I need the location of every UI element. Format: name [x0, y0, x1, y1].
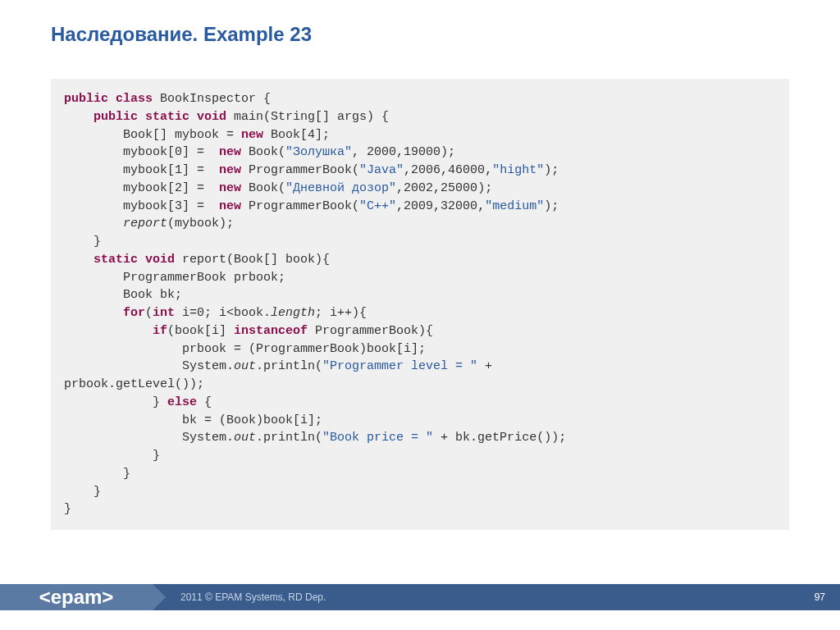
- code-text: BookInspector {: [153, 92, 271, 106]
- copyright-text: 2011 © EPAM Systems, RD Dep.: [180, 591, 326, 603]
- code-text: out: [234, 431, 256, 445]
- str: "Book price = ": [322, 431, 433, 445]
- code-text: }: [123, 467, 130, 481]
- code-text: mybook[3] =: [123, 199, 219, 213]
- code-text: ProgrammerBook(: [241, 163, 359, 177]
- code-text: }: [64, 502, 71, 516]
- code-text: (book[i]: [167, 324, 234, 338]
- kw: for: [123, 306, 145, 320]
- kw: if: [153, 324, 167, 338]
- code-text: +: [477, 359, 492, 373]
- code-text: mybook[2] =: [123, 181, 219, 195]
- code-text: .println(: [256, 431, 322, 445]
- str: "Java": [359, 163, 404, 177]
- str: "Золушка": [285, 145, 352, 159]
- code-text: Book bk;: [123, 288, 182, 302]
- code-text: Book(: [241, 145, 285, 159]
- code-text: ,2006,46000,: [404, 163, 492, 177]
- code-text: mybook[0] =: [123, 145, 219, 159]
- code-text: main(String[] args) {: [226, 110, 389, 124]
- slide: Наследование. Example 23 public class Bo…: [0, 0, 840, 630]
- kw: static: [94, 253, 138, 267]
- code-text: {: [197, 395, 212, 409]
- code-text: Book[4];: [263, 128, 330, 142]
- code-text: (: [145, 306, 153, 320]
- str: "hight": [492, 163, 544, 177]
- code-text: System.: [182, 431, 234, 445]
- kw: void: [138, 253, 175, 267]
- str: "Дневной дозор": [285, 181, 396, 195]
- footer-bar: 2011 © EPAM Systems, RD Dep. 97: [153, 584, 840, 610]
- code-text: ,2002,25000);: [396, 181, 492, 195]
- code-text: prbook.getLevel());: [64, 377, 204, 391]
- page-number: 97: [815, 591, 825, 603]
- code-text: ; i++){: [315, 306, 367, 320]
- code-text: );: [544, 199, 559, 213]
- epam-logo: <epam>: [0, 584, 153, 610]
- kw: instanceof: [234, 324, 308, 338]
- code-text: , 2000,19000);: [352, 145, 455, 159]
- str: "medium": [485, 199, 544, 213]
- code-text: }: [153, 449, 160, 463]
- code-text: out: [234, 359, 256, 373]
- code-text: report(Book[] book){: [175, 253, 330, 267]
- code-text: );: [544, 163, 559, 177]
- kw: void: [189, 110, 226, 124]
- kw: new: [219, 145, 241, 159]
- slide-title: Наследование. Example 23: [51, 23, 789, 46]
- kw: else: [167, 395, 197, 409]
- str: "C++": [359, 199, 396, 213]
- code-text: Book[] mybook =: [123, 128, 241, 142]
- kw: static: [138, 110, 189, 124]
- kw: new: [219, 199, 241, 213]
- kw: new: [219, 163, 241, 177]
- code-text: (mybook);: [167, 217, 234, 231]
- code-text: ProgrammerBook){: [308, 324, 433, 338]
- kw: public: [94, 110, 138, 124]
- code-text: report: [123, 217, 167, 231]
- code-text: Book(: [241, 181, 285, 195]
- code-text: i=0; i<book.: [175, 306, 271, 320]
- code-text: }: [153, 395, 167, 409]
- kw: class: [108, 92, 153, 106]
- code-text: System.: [182, 359, 234, 373]
- code-text: mybook[1] =: [123, 163, 219, 177]
- str: "Programmer level = ": [322, 359, 477, 373]
- code-text: prbook = (ProgrammerBook)book[i];: [182, 342, 426, 356]
- code-text: length: [271, 306, 315, 320]
- code-text: .println(: [256, 359, 322, 373]
- kw: new: [241, 128, 263, 142]
- kw: new: [219, 181, 241, 195]
- code-text: ,2009,32000,: [396, 199, 485, 213]
- code-text: bk = (Book)book[i];: [182, 413, 322, 427]
- footer: <epam> 2011 © EPAM Systems, RD Dep. 97: [0, 584, 840, 610]
- kw: int: [153, 306, 175, 320]
- code-text: ProgrammerBook prbook;: [123, 271, 285, 285]
- code-text: + bk.getPrice());: [433, 431, 566, 445]
- kw: public: [64, 92, 108, 106]
- code-block: public class BookInspector { public stat…: [51, 79, 789, 530]
- code-text: }: [94, 485, 101, 499]
- code-text: ProgrammerBook(: [241, 199, 359, 213]
- code-text: }: [94, 235, 101, 249]
